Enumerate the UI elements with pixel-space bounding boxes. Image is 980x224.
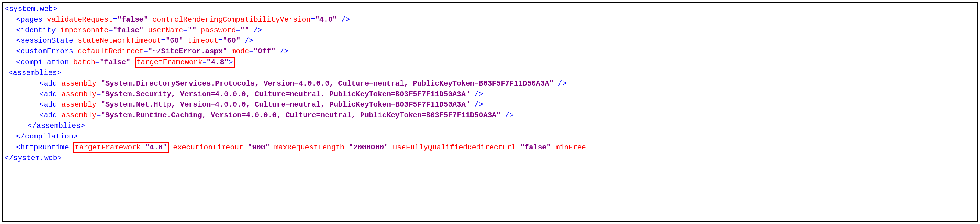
space — [144, 26, 148, 35]
attr-value: "" — [188, 26, 196, 35]
equals: = — [236, 26, 240, 35]
highlight-target-framework-httpruntime: targetFramework="4.8" — [73, 142, 169, 153]
equals: = — [243, 144, 248, 151]
attr-value: "" — [240, 26, 249, 35]
angle-open: < — [39, 90, 44, 98]
equals: = — [218, 36, 223, 45]
angle-open: < — [16, 26, 21, 35]
space — [169, 144, 173, 151]
angle-open: < — [39, 111, 44, 119]
attr-value: "60" — [165, 36, 183, 45]
xml-line-9: <add assembly="System.Security, Version=… — [5, 89, 975, 100]
space — [183, 36, 187, 45]
self-close: /> — [470, 90, 483, 98]
angle-close: > — [229, 58, 233, 66]
self-close: /> — [554, 79, 566, 88]
angle-close: > — [73, 133, 78, 140]
space — [130, 58, 135, 66]
attr-name: assembly — [61, 101, 96, 109]
attr-name: batch — [73, 58, 95, 66]
xml-line-3: <identity impersonate="false" userName="… — [5, 25, 975, 36]
space — [388, 144, 393, 151]
tag-name: assemblies — [13, 69, 57, 77]
attr-name: targetFramework — [75, 144, 141, 151]
angle-open: < — [16, 47, 21, 55]
angle-open: < — [39, 79, 44, 88]
attr-value: "false" — [520, 144, 551, 151]
space — [551, 144, 555, 151]
xml-line-7: <assemblies> — [5, 68, 975, 79]
attr-name: mode — [232, 47, 249, 55]
attr-value: "2000000" — [349, 144, 388, 151]
equals: = — [96, 90, 101, 98]
attr-name-truncated: minFree — [555, 144, 586, 151]
xml-line-8: <add assembly="System.DirectoryServices.… — [5, 79, 975, 89]
angle-open: < — [5, 5, 9, 13]
tag-name: compilation — [25, 133, 73, 140]
tag-name: customErrors — [21, 47, 78, 55]
attr-name: assembly — [61, 111, 96, 119]
tag-name: system.web — [9, 5, 53, 13]
tag-name: system.web — [13, 154, 57, 162]
attr-name: userName — [148, 26, 183, 35]
equals: = — [310, 16, 315, 24]
equals: = — [516, 144, 520, 151]
equals: = — [141, 144, 145, 151]
xml-line-14: <httpRuntime targetFramework="4.8" execu… — [5, 142, 975, 153]
tag-name: add — [44, 79, 61, 88]
equals: = — [161, 36, 165, 45]
tag-name: httpRuntime — [21, 144, 73, 151]
attr-value: "4.0" — [315, 16, 337, 24]
attr-name: assembly — [61, 90, 96, 98]
angle-close: > — [81, 122, 85, 130]
attr-value: "false" — [113, 26, 144, 35]
xml-line-5: <customErrors defaultRedirect="~/SiteErr… — [5, 46, 975, 57]
attr-name: validateRequest — [47, 16, 113, 24]
angle-open: < — [16, 16, 21, 24]
attr-value: "60" — [223, 36, 240, 45]
angle-open: < — [16, 144, 21, 151]
angle-open: </ — [28, 122, 37, 130]
highlight-target-framework-compilation: targetFramework="4.8"> — [135, 57, 235, 68]
space — [227, 47, 231, 55]
xml-line-15: </system.web> — [5, 153, 975, 164]
equals: = — [108, 26, 113, 35]
code-block: { "lines": { "l1": {"t0":"<","t1":"syste… — [2, 2, 978, 222]
attr-name: assembly — [61, 79, 96, 88]
self-close: /> — [249, 26, 262, 35]
attr-value: "~/SiteError.aspx" — [148, 47, 227, 55]
space — [148, 16, 152, 24]
equals: = — [113, 16, 117, 24]
attr-value: "false" — [100, 58, 130, 66]
xml-line-6: <compilation batch="false" targetFramewo… — [5, 57, 975, 68]
angle-open: </ — [16, 133, 25, 140]
attr-name: timeout — [188, 36, 218, 45]
attr-name: executionTimeout — [173, 144, 243, 151]
angle-open: < — [8, 69, 13, 77]
equals: = — [95, 58, 99, 66]
tag-name: add — [44, 111, 61, 119]
xml-line-1: <system.web> — [5, 4, 975, 14]
attr-name: stateNetworkTimeout — [78, 36, 161, 45]
tag-name: add — [44, 90, 61, 98]
self-close: /> — [275, 47, 289, 55]
angle-open: < — [39, 101, 44, 109]
tag-name: add — [44, 101, 61, 109]
attr-name: controlRenderingCompatibilityVersion — [153, 16, 310, 24]
attr-value: "System.Net.Http, Version=4.0.0.0, Cultu… — [101, 101, 470, 109]
attr-name: maxRequestLength — [274, 144, 344, 151]
attr-name: targetFramework — [136, 58, 202, 66]
attr-value: "Off" — [253, 47, 275, 55]
tag-name: compilation — [21, 58, 73, 66]
equals: = — [183, 26, 187, 35]
equals: = — [144, 47, 148, 55]
equals: = — [202, 58, 207, 66]
self-close: /> — [337, 16, 350, 24]
angle-close: > — [57, 154, 62, 162]
space — [270, 144, 274, 151]
attr-name: useFullyQualifiedRedirectUrl — [393, 144, 515, 151]
equals: = — [96, 111, 101, 119]
attr-name: impersonate — [60, 26, 108, 35]
tag-name: sessionState — [21, 36, 78, 45]
xml-line-11: <add assembly="System.Runtime.Caching, V… — [5, 110, 975, 121]
